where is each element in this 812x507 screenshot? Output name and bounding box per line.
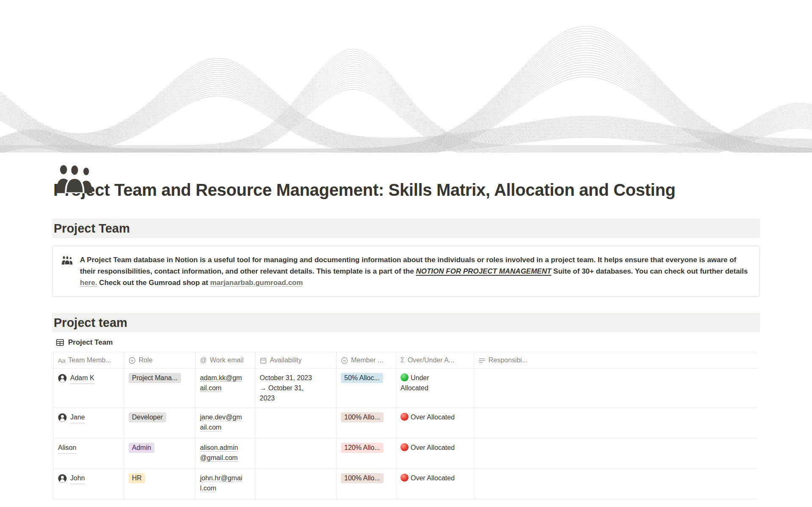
cell-over-under-allocated[interactable]: Under Allocated <box>396 369 474 408</box>
cell-availability[interactable]: October 31, 2023 → October 31, 2023 <box>255 369 337 408</box>
person-avatar-icon <box>58 374 67 383</box>
cell-team-member[interactable]: Alison <box>53 438 124 469</box>
allocation-tag: 100% Allo... <box>341 412 384 422</box>
column-header-label: Role <box>139 356 153 364</box>
table-row: AlisonAdminalison.admin@gmail.com120% Al… <box>53 438 757 469</box>
cell-over-under-allocated[interactable]: Over Allocated <box>396 469 474 499</box>
column-header-label: Member ... <box>351 356 383 364</box>
table-header-row: AaTeam Memb...Role@Work emailAvailabilit… <box>53 352 757 369</box>
status-label: Over Allocated <box>411 414 455 421</box>
column-header-team-memb[interactable]: AaTeam Memb... <box>53 352 124 368</box>
column-header-work-email[interactable]: @Work email <box>196 352 255 368</box>
column-header-role[interactable]: Role <box>124 352 196 368</box>
project-team-table: AaTeam Memb...Role@Work emailAvailabilit… <box>53 352 757 499</box>
allocation-tag: 120% Allo... <box>341 443 384 453</box>
cell-team-member[interactable]: John <box>53 469 124 499</box>
callout-text-segment: Suite of 30+ databases. You can check ou… <box>551 267 748 275</box>
cell-work-email[interactable]: adam.kk@gmail.com <box>196 369 255 408</box>
cell-availability[interactable] <box>255 438 337 469</box>
title-icon: Aa <box>58 357 65 364</box>
page-content: Project Team and Resource Management: Sk… <box>52 180 760 499</box>
page-cover <box>0 0 812 153</box>
cell-team-member[interactable]: Jane <box>53 408 124 438</box>
people-group-icon <box>61 254 74 288</box>
table-row: JohnHRjohn.hr@gmail.com100% Allo...Over … <box>53 469 757 499</box>
cell-work-email[interactable]: alison.admin@gmail.com <box>196 438 255 469</box>
status-label: Over Allocated <box>411 444 455 451</box>
formula-icon: Σ <box>401 356 405 364</box>
role-tag: HR <box>129 473 145 483</box>
table-view-icon <box>56 338 64 347</box>
cell-member-allocation[interactable]: 50% Alloc... <box>337 369 396 408</box>
wave-lines-art <box>0 0 812 153</box>
member-name-link[interactable]: Jane <box>70 412 85 423</box>
cell-member-allocation[interactable]: 120% Allo... <box>337 438 396 469</box>
people-group-icon[interactable] <box>53 162 96 193</box>
table-row: Adam KProject Mana...adam.kk@gmail.comOc… <box>53 369 757 408</box>
member-name-link[interactable]: Alison <box>58 443 77 454</box>
column-header-label: Work email <box>210 356 244 364</box>
cell-role[interactable]: HR <box>124 469 196 499</box>
cell-role[interactable]: Admin <box>124 438 196 469</box>
person-avatar-icon <box>58 413 67 422</box>
column-header-over-under-a[interactable]: ΣOver/Under A... <box>396 352 474 368</box>
status-dot-red-icon <box>401 443 409 451</box>
table-body: Adam KProject Mana...adam.kk@gmail.comOc… <box>53 369 757 499</box>
column-header-label: Over/Under A... <box>408 356 454 364</box>
role-tag: Project Mana... <box>129 373 181 383</box>
status-dot-red-icon <box>401 474 409 482</box>
role-tag: Developer <box>129 412 166 422</box>
section-heading-project-team-lower: Project team <box>52 313 760 332</box>
select-icon <box>129 357 136 364</box>
page-title: Project Team and Resource Management: Sk… <box>52 180 760 200</box>
email-link[interactable]: alison.admin@gmail.com <box>200 443 244 463</box>
cell-responsibilities[interactable] <box>474 438 757 469</box>
availability-value: October 31, 2023 → October 31, 2023 <box>260 373 316 403</box>
text-icon <box>478 357 486 364</box>
email-link[interactable]: jane.dev@gmail.com <box>200 412 244 433</box>
cell-responsibilities[interactable] <box>474 469 757 499</box>
select-icon <box>341 357 348 364</box>
role-tag: Admin <box>129 443 154 453</box>
cell-responsibilities[interactable] <box>474 408 757 438</box>
cell-role[interactable]: Developer <box>124 408 196 438</box>
member-name-link[interactable]: Adam K <box>70 373 94 384</box>
database-title-label: Project Team <box>68 338 113 347</box>
database-title[interactable]: Project Team <box>52 337 760 348</box>
callout: A Project Team database in Notion is a u… <box>52 246 760 297</box>
callout-link-notion-for-project-management[interactable]: NOTION FOR PROJECT MANAGEMENT <box>416 267 551 275</box>
column-header-label: Availability <box>270 356 302 364</box>
member-name-link[interactable]: John <box>70 473 85 484</box>
cell-work-email[interactable]: jane.dev@gmail.com <box>196 408 255 438</box>
column-header-responsibi[interactable]: Responsibi... <box>474 352 757 368</box>
column-header-availability[interactable]: Availability <box>255 352 337 368</box>
cell-member-allocation[interactable]: 100% Allo... <box>337 469 396 499</box>
cell-responsibilities[interactable] <box>474 369 757 408</box>
email-icon: @ <box>200 356 207 364</box>
cell-role[interactable]: Project Mana... <box>124 369 196 408</box>
status-dot-red-icon <box>401 413 409 421</box>
status-dot-green-icon <box>401 373 409 381</box>
column-header-label: Responsibi... <box>488 356 528 364</box>
cell-team-member[interactable]: Adam K <box>53 369 124 408</box>
email-link[interactable]: john.hr@gmail.com <box>200 473 244 493</box>
callout-text-segment: Check out the Gumroad shop at <box>97 279 210 287</box>
allocation-tag: 50% Alloc... <box>341 373 383 383</box>
date-icon <box>260 357 267 364</box>
table-row: JaneDeveloperjane.dev@gmail.com100% Allo… <box>53 408 757 438</box>
callout-link[interactable]: marjanarbab.gumroad.com <box>210 279 303 287</box>
cell-over-under-allocated[interactable]: Over Allocated <box>396 438 474 469</box>
cell-availability[interactable] <box>255 408 337 438</box>
cell-work-email[interactable]: john.hr@gmail.com <box>196 469 255 499</box>
column-header-member[interactable]: Member ... <box>337 352 396 368</box>
cell-over-under-allocated[interactable]: Over Allocated <box>396 408 474 438</box>
cell-availability[interactable] <box>255 469 337 499</box>
column-header-label: Team Memb... <box>68 356 111 364</box>
email-link[interactable]: adam.kk@gmail.com <box>200 373 244 393</box>
person-avatar-icon <box>58 474 67 483</box>
callout-link[interactable]: here. <box>80 279 97 287</box>
callout-text: A Project Team database in Notion is a u… <box>80 254 751 288</box>
section-heading-project-team: Project Team <box>52 219 760 238</box>
status-label: Over Allocated <box>411 474 455 482</box>
cell-member-allocation[interactable]: 100% Allo... <box>337 408 396 438</box>
